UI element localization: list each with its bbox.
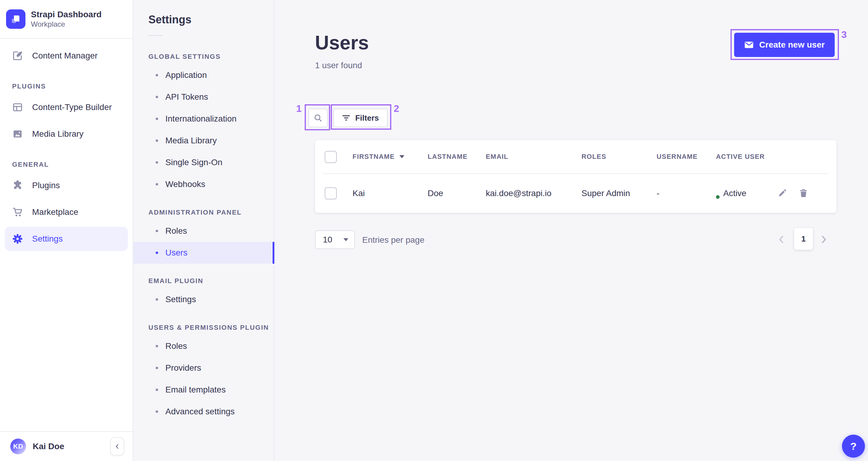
strapi-dashboard: Strapi Dashboard Workplace Content Manag…	[0, 0, 868, 461]
subnav-section-administration-panel: ADMINISTRATION PANEL	[133, 208, 274, 217]
bullet-icon	[156, 252, 158, 254]
sidebar-item-label: Media Library	[32, 129, 84, 139]
subnav-item-users[interactable]: Users	[133, 242, 274, 264]
subnav-item-application[interactable]: Application	[133, 64, 274, 86]
sort-desc-icon	[400, 155, 404, 158]
pencil-icon	[778, 189, 787, 198]
workspace-name: Workplace	[31, 20, 101, 29]
sidebar-item-marketplace[interactable]: Marketplace	[5, 200, 128, 224]
subnav-item-internationalization[interactable]: Internationalization	[133, 108, 274, 130]
bullet-icon	[156, 118, 158, 120]
annotation-label-3: 3	[841, 29, 847, 40]
subnav-item-api-tokens[interactable]: API Tokens	[133, 86, 274, 108]
bullet-icon	[156, 74, 158, 76]
cell-active-status: Active	[723, 189, 746, 198]
bullet-icon	[156, 230, 158, 232]
subnav-item-email-settings[interactable]: Settings	[133, 289, 274, 310]
main-nav: Content Manager PLUGINS Content-Type Bui…	[0, 39, 133, 251]
column-header-lastname[interactable]: LASTNAME	[428, 153, 468, 161]
cell-email: kai.doe@strapi.io	[486, 189, 552, 198]
row-checkbox[interactable]	[325, 187, 337, 199]
annotation-label-2: 2	[394, 103, 399, 114]
gear-icon	[12, 233, 23, 244]
subnav-item-roles[interactable]: Roles	[133, 220, 274, 242]
previous-page-button[interactable]	[777, 235, 786, 244]
sidebar-item-content-manager[interactable]: Content Manager	[5, 44, 128, 68]
bullet-icon	[156, 183, 158, 185]
entries-per-page-label: Entries per page	[362, 235, 424, 245]
subnav-section-users-permissions-plugin: USERS & PERMISSIONS PLUGIN	[133, 324, 274, 332]
help-button[interactable]: ?	[842, 435, 865, 458]
brand-text: Strapi Dashboard Workplace	[31, 9, 101, 29]
page-size-value: 10	[323, 235, 332, 244]
subnav-divider	[148, 35, 163, 36]
brand-header: Strapi Dashboard Workplace	[0, 0, 133, 39]
nav-section-general: GENERAL	[5, 161, 128, 169]
strapi-logo-icon	[6, 9, 26, 29]
page-number-button[interactable]: 1	[794, 228, 813, 250]
subnav-item-advanced-settings[interactable]: Advanced settings	[133, 401, 274, 423]
sidebar-item-plugins[interactable]: Plugins	[5, 173, 128, 198]
edit-button[interactable]	[778, 189, 787, 198]
next-page-button[interactable]	[819, 235, 829, 244]
chevron-right-icon	[819, 235, 829, 244]
sidebar-item-label: Plugins	[32, 181, 60, 190]
cell-roles: Super Admin	[582, 189, 630, 198]
bullet-icon	[156, 410, 158, 413]
avatar: KD	[10, 438, 26, 454]
trash-icon	[799, 189, 808, 198]
sidebar-item-media-library[interactable]: Media Library	[5, 122, 128, 146]
column-header-email[interactable]: EMAIL	[486, 153, 508, 161]
cell-lastname: Doe	[428, 189, 443, 198]
bullet-icon	[156, 161, 158, 164]
subnav-title: Settings	[133, 0, 274, 26]
cart-icon	[12, 207, 23, 218]
subnav-item-providers[interactable]: Providers	[133, 357, 274, 379]
envelope-icon	[744, 40, 754, 50]
delete-button[interactable]	[799, 189, 808, 198]
page-size-select[interactable]: 10	[315, 230, 355, 249]
bullet-icon	[156, 139, 158, 142]
filters-button[interactable]: Filters	[333, 109, 388, 127]
puzzle-icon	[12, 180, 23, 191]
subnav-section-global-settings: GLOBAL SETTINGS	[133, 53, 274, 61]
sidebar-item-content-type-builder[interactable]: Content-Type Builder	[5, 95, 128, 119]
subnav-section-email-plugin: EMAIL PLUGIN	[133, 277, 274, 285]
table-header-divider	[323, 173, 828, 174]
picture-icon	[12, 128, 23, 139]
app-title: Strapi Dashboard	[31, 9, 101, 20]
sidebar-item-label: Settings	[32, 234, 63, 244]
create-new-user-button[interactable]: Create new user	[734, 33, 835, 57]
subnav-item-email-templates[interactable]: Email templates	[133, 379, 274, 401]
sidebar-item-settings[interactable]: Settings	[5, 227, 128, 251]
column-header-username[interactable]: USERNAME	[657, 153, 698, 161]
bullet-icon	[156, 388, 158, 391]
chevron-down-icon	[343, 238, 348, 241]
subnav-item-media-library[interactable]: Media Library	[133, 130, 274, 151]
bullet-icon	[156, 298, 158, 301]
sidebar-item-label: Marketplace	[32, 207, 79, 217]
write-icon	[12, 50, 23, 61]
search-icon	[313, 113, 322, 122]
sidebar-item-label: Content Manager	[32, 51, 97, 61]
collapse-sidebar-button[interactable]	[110, 437, 124, 456]
chevron-left-icon	[777, 235, 786, 244]
chevron-left-icon	[114, 443, 120, 450]
select-all-checkbox[interactable]	[325, 151, 337, 163]
settings-subnav: Settings GLOBAL SETTINGS Application API…	[133, 0, 274, 461]
sidebar: Strapi Dashboard Workplace Content Manag…	[0, 0, 133, 461]
bullet-icon	[156, 345, 158, 347]
column-header-roles[interactable]: ROLES	[582, 153, 606, 161]
column-header-active-user[interactable]: ACTIVE USER	[716, 153, 765, 161]
sidebar-footer: KD Kai Doe	[0, 431, 133, 461]
subnav-item-up-roles[interactable]: Roles	[133, 335, 274, 357]
search-button[interactable]	[308, 109, 328, 127]
user-name: Kai Doe	[33, 441, 64, 451]
results-count: 1 user found	[315, 61, 362, 70]
cell-username: -	[657, 189, 659, 198]
subnav-item-single-sign-on[interactable]: Single Sign-On	[133, 151, 274, 173]
page-title: Users	[315, 32, 369, 53]
subnav-item-webhooks[interactable]: Webhooks	[133, 173, 274, 195]
active-status-dot	[716, 195, 720, 199]
column-header-firstname[interactable]: FIRSTNAME	[352, 153, 404, 161]
